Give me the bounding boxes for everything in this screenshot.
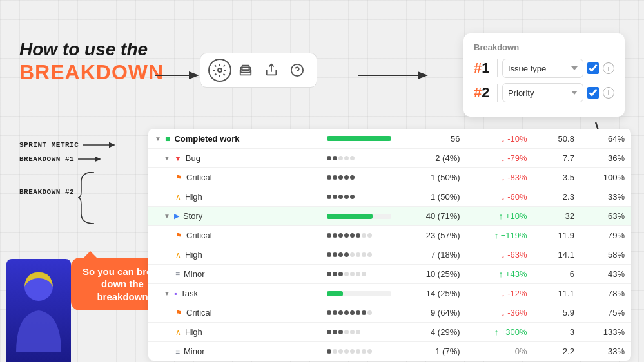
breakdown-divider-2	[497, 84, 498, 102]
row-metric-cell: 7.7	[534, 149, 581, 168]
row-bar-cell	[320, 342, 398, 361]
breakdown-panel-title: Breakdown	[474, 43, 614, 52]
arrow-breakdown1	[78, 155, 104, 164]
toolbar	[200, 53, 317, 88]
row-label-text: Critical	[186, 231, 212, 240]
row-pct-cell: 33%	[581, 187, 631, 207]
data-table: ▼ ■ Completed work 56 ↓ -10% 50.8 64% ▼ …	[148, 129, 631, 361]
settings-icon[interactable]	[208, 59, 231, 82]
row-pct-cell: 78%	[581, 284, 631, 303]
row-count-cell: 10 (25%)	[398, 265, 467, 284]
row-label-cell: ▼ ▪ Task	[148, 284, 320, 303]
row-label-cell: ∧ High	[148, 323, 320, 342]
breakdown-panel: Breakdown #1 Issue type Priority Assigne…	[463, 33, 625, 117]
row-pct-cell: 64%	[581, 129, 631, 149]
row-label-text: High	[185, 250, 202, 260]
row-metric-cell: 2.2	[534, 342, 581, 361]
row-pct-cell: 63%	[581, 207, 631, 226]
breakdown-info-1[interactable]: i	[603, 62, 614, 74]
row-bar-cell	[320, 284, 398, 303]
row-metric-cell: 6	[534, 265, 581, 284]
svg-point-0	[218, 68, 222, 72]
layers-icon[interactable]	[234, 59, 257, 82]
row-label-text: Minor	[184, 347, 205, 356]
row-count-cell: 2 (4%)	[398, 149, 467, 168]
row-metric-cell: 3	[534, 323, 581, 342]
row-metric-cell: 14.1	[534, 245, 581, 265]
row-count-cell: 56	[398, 129, 467, 149]
row-label-text: Task	[181, 289, 198, 298]
row-count-cell: 9 (64%)	[398, 303, 467, 323]
row-label-cell: ∧ High	[148, 245, 320, 265]
table-row: ▼ ▼ Bug 2 (4%) ↓ -79% 7.7 36%	[148, 149, 631, 168]
row-bar-cell	[320, 129, 398, 149]
share-icon[interactable]	[260, 59, 283, 82]
row-metric-cell: 50.8	[534, 129, 581, 149]
row-bar-cell	[320, 226, 398, 245]
person-avatar	[6, 259, 71, 362]
row-change-cell: 0%	[467, 342, 534, 361]
row-label-text: Minor	[184, 269, 205, 279]
row-change-cell: ↓ -83%	[467, 168, 534, 187]
row-count-cell: 40 (71%)	[398, 207, 467, 226]
row-bar-cell	[320, 207, 398, 226]
row-bar-cell	[320, 323, 398, 342]
row-count-cell: 1 (50%)	[398, 168, 467, 187]
expand-icon[interactable]: ▼	[164, 290, 170, 297]
breakdown-checkbox-2[interactable]	[587, 87, 599, 99]
row-label-cell: ≡ Minor	[148, 265, 320, 284]
arrow-sprint	[83, 140, 118, 149]
row-count-cell: 1 (50%)	[398, 187, 467, 207]
breakdown-divider-1	[497, 59, 498, 77]
row-label-cell: ⚑ Critical	[148, 168, 320, 187]
help-icon[interactable]	[286, 59, 309, 82]
table-row: ▼ ■ Completed work 56 ↓ -10% 50.8 64%	[148, 129, 631, 149]
row-metric-cell: 32	[534, 207, 581, 226]
title-section: How to use the BREAKDOWN	[19, 39, 168, 84]
row-label-cell: ∧ High	[148, 187, 320, 207]
sprint-metric-label: Sprint Metric	[19, 140, 168, 149]
row-change-cell: ↓ -63%	[467, 245, 534, 265]
row-count-cell: 1 (7%)	[398, 342, 467, 361]
title-breakdown: BREAKDOWN	[19, 61, 168, 84]
breakdown-checkbox-1[interactable]	[587, 62, 599, 74]
table-row: ▼ ▶ Story 40 (71%) ↑ +10% 32 63%	[148, 207, 631, 226]
row-change-cell: ↑ +10%	[467, 207, 534, 226]
expand-icon[interactable]: ▼	[164, 155, 170, 162]
table-row: ⚑ Critical 9 (64%) ↓ -36% 5.9 75%	[148, 303, 631, 323]
table-row: ⚑ Critical 23 (57%) ↑ +119% 11.9 79%	[148, 226, 631, 245]
row-pct-cell: 58%	[581, 245, 631, 265]
row-label-cell: ⚑ Critical	[148, 226, 320, 245]
breakdown-info-2[interactable]: i	[603, 87, 614, 99]
breakdown-select-1[interactable]: Issue type Priority Assignee	[502, 59, 583, 78]
expand-icon[interactable]: ▼	[164, 213, 170, 220]
expand-icon[interactable]: ▼	[155, 135, 161, 142]
table-row: ∧ High 1 (50%) ↓ -60% 2.3 33%	[148, 187, 631, 207]
row-pct-cell: 79%	[581, 226, 631, 245]
row-label-text: Critical	[186, 308, 212, 318]
row-change-cell: ↓ -10%	[467, 129, 534, 149]
table-row: ∧ High 4 (29%) ↑ +300% 3 133%	[148, 323, 631, 342]
row-bar-cell	[320, 303, 398, 323]
row-bar-cell	[320, 149, 398, 168]
row-bar-cell	[320, 245, 398, 265]
row-bar-cell	[320, 265, 398, 284]
row-label-text: High	[185, 327, 202, 337]
table-row: ▼ ▪ Task 14 (25%) ↓ -12% 11.1 78%	[148, 284, 631, 303]
row-change-cell: ↑ +300%	[467, 323, 534, 342]
row-bar-cell	[320, 168, 398, 187]
breakdown-select-2[interactable]: Priority Issue type Assignee	[502, 83, 583, 102]
labels-section: Sprint Metric Breakdown #1 Breakdown #2	[19, 140, 168, 224]
breakdown1-label: Breakdown #1	[19, 155, 168, 164]
row-count-cell: 23 (57%)	[398, 226, 467, 245]
row-label-cell: ⚑ Critical	[148, 303, 320, 323]
row-metric-cell: 2.3	[534, 187, 581, 207]
row-label-cell: ≡ Minor	[148, 342, 320, 361]
row-count-cell: 7 (18%)	[398, 245, 467, 265]
row-metric-cell: 11.1	[534, 284, 581, 303]
arrow-to-toolbar	[155, 68, 203, 83]
row-count-cell: 14 (25%)	[398, 284, 467, 303]
row-label-text: Story	[183, 211, 202, 221]
row-change-cell: ↓ -60%	[467, 187, 534, 207]
row-metric-cell: 5.9	[534, 303, 581, 323]
